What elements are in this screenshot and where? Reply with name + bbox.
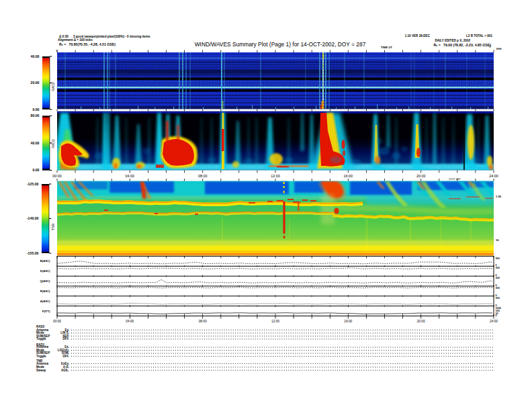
svg-text:20.00: 20.00 [31,81,40,85]
svg-text:1.10 VER 28-DEC: 1.10 VER 28-DEC [405,34,431,38]
svg-text:Toggle: Toggle [36,355,46,358]
svg-text:08:00: 08:00 [199,320,207,323]
svg-text:A(ASC): A(ASC) [40,300,50,303]
svg-text:24:00: 24:00 [490,320,498,323]
svg-text:TNR: TNR [51,223,55,230]
svg-text:-155.00: -155.00 [27,251,39,255]
svg-text:OFF.: OFF. [62,337,69,340]
svg-text:16:00: 16:00 [344,320,352,323]
svg-text:B(ASC): B(ASC) [40,259,50,263]
svg-text:300: 300 [496,287,500,289]
svg-text:Q(ASC): Q(ASC) [40,279,50,283]
svg-text:1.00: 1.00 [496,195,502,198]
svg-text:OFF.: OFF. [62,355,69,358]
svg-text:12:00: 12:00 [271,174,280,178]
svg-text:kHz: kHz [496,47,502,50]
svg-text:R(ASC): R(ASC) [40,289,50,293]
svg-text:TIME UT: TIME UT [381,46,392,49]
svg-text:V: V [489,45,491,48]
svg-text:Sweep: Sweep [36,369,46,372]
svg-text:300: 300 [496,277,500,279]
svg-text:20:00: 20:00 [417,320,425,323]
svg-text:AGIL.: AGIL. [61,369,69,372]
svg-text:10: 10 [496,238,499,242]
svg-text:0.00: 0.00 [32,107,39,111]
svg-text:80.00: 80.00 [31,113,40,118]
svg-text:16:00: 16:00 [344,174,353,178]
svg-text:WIND/WAVES Summary Plot (Page: WIND/WAVES Summary Plot (Page 1) for 14-… [195,41,366,48]
svg-text:DAILY EDITED p X, 2002: DAILY EDITED p X, 2002 [435,39,470,42]
svg-text:-125.00: -125.00 [27,182,39,186]
svg-text:D(ASC): D(ASC) [40,269,50,273]
svg-text:24:00: 24:00 [489,174,498,178]
svg-text:40.00: 40.00 [31,141,40,145]
svg-text:RAD1: RAD1 [51,139,55,148]
svg-text:08:00: 08:00 [198,174,208,178]
svg-text:Rₑ = 79.00 (78.82, -2.23, 4.: Rₑ = 79.00 (78.82, -2.23, 4.85 GSE) [434,43,492,47]
svg-text:0: 0 [496,314,497,317]
svg-text:300: 300 [496,267,500,269]
svg-text:Toggle: Toggle [36,337,46,340]
svg-text:20:00: 20:00 [416,174,426,178]
svg-text:300: 300 [496,297,500,300]
svg-text:00:00: 00:00 [52,174,62,178]
svg-text:P(ITT): P(ITT) [42,310,50,313]
svg-text:00:00: 00:00 [53,320,61,323]
svg-text:300: 300 [496,257,500,260]
svg-text:0.00: 0.00 [32,168,39,172]
svg-text:12:00: 12:00 [271,320,279,323]
svg-text:Alignment Δ = 100 ticks: Alignment Δ = 100 ticks [58,38,93,42]
svg-text:RAD2: RAD2 [51,82,55,91]
svg-text:04:00: 04:00 [126,320,134,323]
svg-text:-140.00: -140.00 [27,216,39,220]
svg-text:1000: 1000 [496,307,501,310]
svg-text:04:00: 04:00 [126,174,135,178]
svg-text:Rₑ = 70.85(70.55, -4.28, 4.5: Rₑ = 70.85(70.55, -4.28, 4.51 GSE) [59,42,116,46]
svg-text:40.00: 40.00 [31,54,40,58]
svg-text:L2 B TOTAL = 801: L2 B TOTAL = 801 [466,34,492,38]
svg-text:DOY 287: DOY 287 [449,177,461,181]
